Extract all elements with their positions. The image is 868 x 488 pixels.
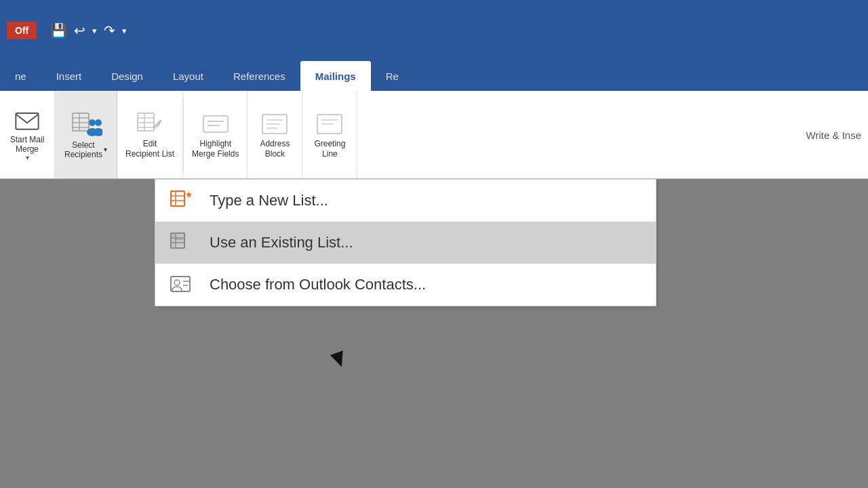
edit-recipient-list-icon	[135, 110, 165, 138]
choose-outlook-contacts-item[interactable]: Choose from Outlook Contacts...	[155, 264, 656, 306]
choose-outlook-contacts-label: Choose from Outlook Contacts...	[210, 276, 426, 293]
use-existing-list-item[interactable]: Use an Existing List...	[155, 222, 656, 264]
highlight-merge-fields-icon	[201, 110, 231, 138]
svg-point-7	[95, 119, 102, 126]
svg-rect-43	[176, 243, 184, 247]
highlight-merge-fields-group: HighlightMerge Fields	[184, 91, 248, 178]
choose-outlook-contacts-icon	[169, 273, 196, 296]
svg-point-6	[89, 119, 96, 126]
type-new-list-icon	[169, 189, 196, 212]
start-mail-merge-arrow: ▾	[26, 154, 29, 161]
address-block-label: AddressBlock	[260, 139, 290, 159]
tab-layout[interactable]: Layout	[158, 61, 218, 91]
select-recipients-arrow: ▾	[104, 146, 107, 153]
svg-rect-0	[16, 113, 38, 129]
select-recipients-dropdown: Type a New List... Use an Existing List.…	[155, 179, 656, 306]
svg-rect-44	[171, 277, 190, 291]
write-insert-section-label: Write & Inse	[806, 129, 868, 140]
svg-rect-1	[73, 113, 89, 131]
svg-marker-31	[186, 191, 193, 198]
highlight-merge-fields-label: HighlightMerge Fields	[192, 139, 239, 159]
address-block-icon	[260, 110, 290, 138]
tab-home[interactable]: ne	[0, 61, 41, 91]
greeting-line-button[interactable]: GreetingLine	[302, 91, 357, 178]
start-mail-merge-group: Start MailMerge ▾	[0, 91, 55, 178]
start-mail-merge-icon	[14, 108, 40, 134]
svg-rect-27	[171, 191, 184, 206]
ribbon: Start MailMerge ▾ SelectRecipients ▾	[0, 91, 868, 179]
svg-rect-17	[203, 116, 228, 132]
svg-rect-10	[138, 113, 154, 131]
svg-rect-38	[172, 234, 175, 237]
start-mail-merge-label: Start MailMerge	[10, 135, 45, 155]
use-existing-list-icon	[169, 231, 196, 254]
edit-recipient-list-button[interactable]: EditRecipient List	[117, 91, 182, 178]
tab-design[interactable]: Design	[96, 61, 158, 91]
greeting-line-group: GreetingLine	[302, 91, 357, 178]
greeting-line-label: GreetingLine	[314, 139, 345, 159]
tab-references[interactable]: References	[218, 61, 300, 91]
tab-mailings[interactable]: Mailings	[300, 61, 371, 91]
off-button[interactable]: Off	[7, 22, 37, 39]
svg-rect-39	[176, 234, 184, 237]
tab-insert[interactable]: Insert	[41, 61, 97, 91]
tab-review[interactable]: Re	[371, 61, 414, 91]
svg-rect-41	[176, 239, 184, 242]
undo-icon[interactable]: ↩	[74, 22, 85, 39]
save-icon[interactable]: 💾	[50, 22, 67, 39]
svg-rect-42	[172, 243, 175, 247]
highlight-merge-fields-button[interactable]: HighlightMerge Fields	[184, 91, 247, 178]
title-bar: Off 💾 ↩ ▾ ↷ ▾	[0, 0, 868, 61]
address-block-button[interactable]: AddressBlock	[248, 91, 302, 178]
undo-dropdown-arrow[interactable]: ▾	[92, 26, 97, 36]
select-recipients-label: SelectRecipients	[64, 140, 102, 159]
edit-recipient-list-group: EditRecipient List	[117, 91, 183, 178]
svg-rect-40	[172, 239, 175, 242]
redo-icon[interactable]: ↷	[104, 22, 115, 39]
select-recipients-icon	[70, 110, 102, 140]
svg-point-45	[174, 280, 180, 285]
start-mail-merge-button[interactable]: Start MailMerge ▾	[0, 91, 54, 178]
type-new-list-label: Type a New List...	[210, 192, 328, 209]
quick-access-toolbar: 💾 ↩ ▾ ↷ ▾	[45, 22, 132, 39]
ribbon-tab-bar: ne Insert Design Layout References Maili…	[0, 61, 868, 91]
address-block-group: AddressBlock	[248, 91, 302, 178]
edit-recipient-list-label: EditRecipient List	[125, 139, 174, 159]
quick-access-arrow[interactable]: ▾	[122, 26, 127, 36]
type-new-list-item[interactable]: Type a New List...	[155, 180, 656, 222]
greeting-line-icon	[315, 110, 344, 138]
select-recipients-group[interactable]: SelectRecipients ▾	[55, 91, 117, 178]
use-existing-list-label: Use an Existing List...	[210, 234, 353, 251]
